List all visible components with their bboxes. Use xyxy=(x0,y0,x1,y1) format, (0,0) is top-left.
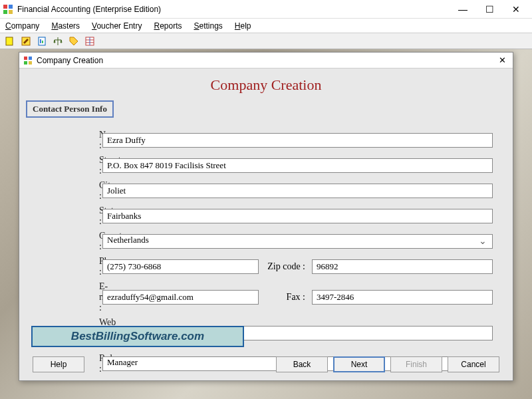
close-button[interactable]: ✕ xyxy=(503,0,529,19)
dialog-icon xyxy=(23,56,33,65)
label-street: Street : xyxy=(39,155,102,176)
menu-help[interactable]: Help xyxy=(235,21,251,31)
menubar: Company Masters Voucher Entry Reports Se… xyxy=(0,19,532,33)
next-button[interactable]: Next xyxy=(333,356,385,372)
label-fax: Fax : xyxy=(259,292,312,303)
label-name: Name : xyxy=(39,130,102,151)
dialog-heading: Company Creation xyxy=(19,76,513,94)
toolbar-grid-icon[interactable] xyxy=(82,35,97,48)
label-zip: Zip code : xyxy=(259,261,312,272)
menu-company[interactable]: Company xyxy=(5,21,39,31)
button-row: Help Back Next Finish Cancel xyxy=(19,356,513,372)
section-tab: Contact Person Info xyxy=(26,100,114,118)
watermark-banner: BestBillingSoftware.com xyxy=(31,326,244,347)
phone-field[interactable] xyxy=(102,259,259,274)
toolbar-tag-icon[interactable] xyxy=(66,35,81,48)
label-phone: Phone : xyxy=(39,256,102,277)
menu-reports[interactable]: Reports xyxy=(154,21,182,31)
toolbar-balance-icon[interactable] xyxy=(51,35,65,48)
svg-rect-13 xyxy=(24,57,27,60)
app-title: Financial Accounting (Enterprise Edition… xyxy=(17,5,450,14)
svg-rect-14 xyxy=(29,57,32,60)
finish-button: Finish xyxy=(390,356,442,372)
label-city: City : xyxy=(39,180,102,201)
fax-field[interactable] xyxy=(312,290,493,305)
city-field[interactable] xyxy=(102,184,493,198)
toolbar-new-icon[interactable] xyxy=(3,35,17,48)
minimize-button[interactable]: — xyxy=(450,0,476,19)
email-field[interactable] xyxy=(102,290,259,305)
menu-masters[interactable]: Masters xyxy=(51,21,80,31)
menu-voucher[interactable]: Voucher Entry xyxy=(92,21,142,31)
menu-settings[interactable]: Settings xyxy=(194,21,222,31)
company-creation-dialog: Company Creation ✕ Company Creation Cont… xyxy=(19,52,513,381)
label-country: Country : xyxy=(39,231,102,252)
dialog-title: Company Creation xyxy=(37,56,495,65)
dialog-titlebar: Company Creation ✕ xyxy=(19,53,513,68)
svg-rect-1 xyxy=(9,5,13,9)
svg-rect-4 xyxy=(6,37,13,45)
svg-rect-7 xyxy=(40,39,41,43)
svg-rect-16 xyxy=(29,61,32,65)
toolbar-report-icon[interactable] xyxy=(35,35,49,48)
name-field[interactable] xyxy=(102,133,493,148)
zip-field[interactable] xyxy=(312,259,493,274)
svg-rect-3 xyxy=(9,10,13,14)
dialog-header: Company Creation xyxy=(19,68,513,100)
maximize-button[interactable]: ☐ xyxy=(476,0,503,19)
dialog-close-icon[interactable]: ✕ xyxy=(495,55,509,65)
svg-rect-0 xyxy=(3,5,7,9)
back-button[interactable]: Back xyxy=(276,356,328,372)
help-button[interactable]: Help xyxy=(33,356,84,372)
cancel-button[interactable]: Cancel xyxy=(448,356,499,372)
label-email: E-mail : xyxy=(39,281,102,313)
svg-rect-8 xyxy=(42,41,43,43)
app-icon xyxy=(3,4,13,15)
toolbar xyxy=(0,33,532,49)
street-field[interactable] xyxy=(102,158,493,173)
svg-rect-15 xyxy=(24,61,27,65)
country-select[interactable]: Netherlands xyxy=(102,234,493,249)
label-state: State : xyxy=(39,205,102,227)
toolbar-edit-icon[interactable] xyxy=(19,35,33,48)
state-field[interactable] xyxy=(102,209,493,223)
svg-rect-2 xyxy=(3,10,7,14)
main-titlebar: Financial Accounting (Enterprise Edition… xyxy=(0,0,532,19)
